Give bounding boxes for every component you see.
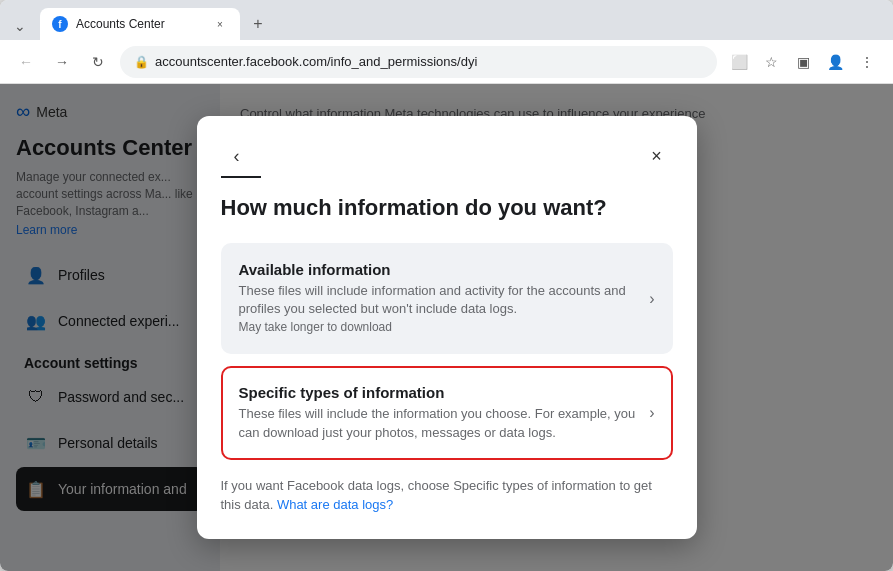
option-available-content: Available information These files will i…: [239, 261, 638, 337]
option-specific-content: Specific types of information These file…: [239, 384, 638, 441]
back-button[interactable]: ←: [12, 48, 40, 76]
profile-button[interactable]: 👤: [821, 48, 849, 76]
tab-nav-controls: ⌄: [8, 14, 32, 38]
new-tab-button[interactable]: +: [244, 10, 272, 38]
address-input[interactable]: 🔒 accountscenter.facebook.com/info_and_p…: [120, 46, 717, 78]
option-available-desc: These files will include information and…: [239, 282, 638, 337]
modal-top-bar: ‹ ×: [221, 140, 673, 172]
modal-title: How much information do you want?: [221, 194, 673, 223]
modal-overlay: ‹ × How much information do you want? Av…: [0, 84, 893, 571]
tab-list-button[interactable]: ⌄: [8, 14, 32, 38]
menu-button[interactable]: ⋮: [853, 48, 881, 76]
modal-footer: If you want Facebook data logs, choose S…: [221, 476, 673, 515]
modal-back-button[interactable]: ‹: [221, 140, 253, 172]
address-actions: ⬜ ☆ ▣ 👤 ⋮: [725, 48, 881, 76]
modal-close-button[interactable]: ×: [641, 140, 673, 172]
reload-button[interactable]: ↻: [84, 48, 112, 76]
data-logs-link[interactable]: What are data logs?: [277, 497, 393, 512]
browser-content: ∞ Meta Accounts Center Manage your conne…: [0, 84, 893, 571]
option-specific-arrow: ›: [649, 404, 654, 422]
lock-icon: 🔒: [134, 55, 149, 69]
tab-title: Accounts Center: [76, 17, 204, 31]
forward-button[interactable]: →: [48, 48, 76, 76]
split-view-button[interactable]: ▣: [789, 48, 817, 76]
browser-window: ⌄ f Accounts Center × + ← → ↻ 🔒 accounts…: [0, 0, 893, 571]
url-text: accountscenter.facebook.com/info_and_per…: [155, 54, 703, 69]
option-specific-title: Specific types of information: [239, 384, 638, 401]
tab-bar: ⌄ f Accounts Center × +: [0, 0, 893, 40]
option-card-available[interactable]: Available information These files will i…: [221, 243, 673, 355]
option-specific-desc: These files will include the information…: [239, 405, 638, 441]
address-bar: ← → ↻ 🔒 accountscenter.facebook.com/info…: [0, 40, 893, 84]
option-card-specific[interactable]: Specific types of information These file…: [221, 366, 673, 459]
modal-divider: [221, 176, 261, 178]
option-available-title: Available information: [239, 261, 638, 278]
browser-tab[interactable]: f Accounts Center ×: [40, 8, 240, 40]
modal-dialog: ‹ × How much information do you want? Av…: [197, 116, 697, 539]
option-available-arrow: ›: [649, 290, 654, 308]
tab-favicon: f: [52, 16, 68, 32]
cast-button[interactable]: ⬜: [725, 48, 753, 76]
tab-close-button[interactable]: ×: [212, 16, 228, 32]
bookmark-button[interactable]: ☆: [757, 48, 785, 76]
